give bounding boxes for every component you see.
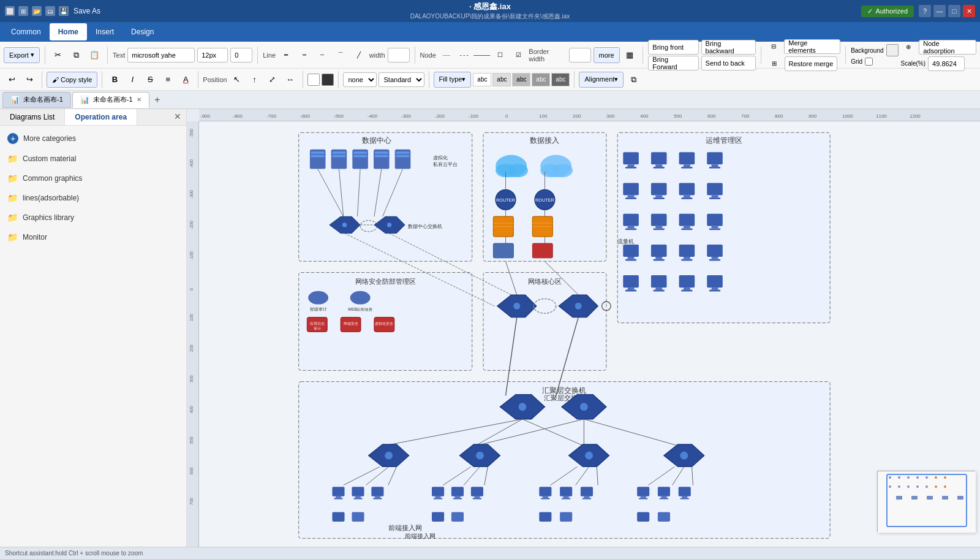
svg-text:前端接入网: 前端接入网 <box>388 524 422 531</box>
minimize-btn[interactable]: — <box>933 5 946 17</box>
cut-btn[interactable]: ✂ <box>50 47 66 63</box>
node-style-3[interactable]: ——— <box>474 47 490 63</box>
canvas-area[interactable]: 数据中心 数据接入 运维管理区 网络安全防部管理区 网络核心区 汇聚层交换机 前… <box>199 121 980 547</box>
menu-insert[interactable]: Insert <box>87 23 123 40</box>
bring-front-btn[interactable]: Bring front <box>648 40 698 55</box>
color-black[interactable] <box>322 74 334 86</box>
svg-text:-400: -400 <box>189 159 194 168</box>
svg-rect-155 <box>628 287 635 290</box>
width-label: width <box>369 51 385 59</box>
border-check-1[interactable]: ☐ <box>492 47 508 63</box>
node-style-2[interactable]: - - - <box>456 47 472 63</box>
line-style-4[interactable]: ⌒ <box>333 47 349 63</box>
svg-rect-98 <box>532 243 552 258</box>
standard-select[interactable]: Standard <box>379 72 424 87</box>
line-style-3[interactable]: ╌ <box>315 47 331 63</box>
svg-rect-112 <box>679 152 695 164</box>
copy-style-btn[interactable]: 🖌 Copy style <box>47 72 97 88</box>
svg-rect-239 <box>560 487 572 496</box>
sidebar-item-monitor[interactable]: 📁 Monitor <box>0 227 186 247</box>
export-btn[interactable]: Export ▾ <box>4 47 40 63</box>
help-btn[interactable]: ? <box>919 5 931 17</box>
authorized-label: Authorized <box>875 7 908 15</box>
svg-rect-61 <box>375 155 388 158</box>
copy-btn[interactable]: ⧉ <box>69 47 85 63</box>
line-style-1[interactable]: ━ <box>278 47 294 63</box>
sidebar-item-common-graphics[interactable]: 📁 Common graphics <box>0 169 186 188</box>
background-swatch[interactable] <box>886 44 899 56</box>
text-preview-1[interactable]: abc <box>473 73 491 86</box>
paste-btn[interactable]: 📋 <box>86 47 102 63</box>
text-preview-2[interactable]: abc <box>492 73 511 86</box>
svg-rect-282 <box>957 496 963 500</box>
open-icon[interactable]: 📂 <box>32 6 42 16</box>
border-width-input[interactable] <box>569 48 591 63</box>
scale-input[interactable] <box>928 56 965 71</box>
sidebar-item-graphics-library[interactable]: 📁 Graphics library <box>0 208 186 227</box>
redo-btn[interactable]: ↪ <box>21 72 37 88</box>
more-categories-label: More categories <box>23 134 76 143</box>
fill-type-btn[interactable]: Fill type▾ <box>434 72 472 88</box>
node-adsorption-btn[interactable]: Node adsorption <box>919 40 976 55</box>
tab-1[interactable]: 📊 未命名画布-1 <box>2 92 71 108</box>
template-icon[interactable]: ⊞ <box>18 6 28 16</box>
font-color-btn[interactable]: A <box>178 72 194 88</box>
line-style-5[interactable]: ╱ <box>351 47 367 63</box>
font-size-input[interactable] <box>197 48 228 63</box>
text-preview-4[interactable]: abc <box>532 73 550 86</box>
sidebar-item-lines[interactable]: 📁 lines(adsorbable) <box>0 188 186 208</box>
pos-4[interactable]: ↔ <box>282 72 298 88</box>
undo-btn[interactable]: ↩ <box>4 72 20 88</box>
send-back-btn[interactable]: Send to back <box>701 56 756 70</box>
sidebar-close-btn[interactable]: ✕ <box>169 109 186 125</box>
italic-btn[interactable]: I <box>124 72 140 88</box>
svg-rect-139 <box>707 214 723 226</box>
more-icon[interactable]: ▦ <box>622 47 638 63</box>
save-icon[interactable]: 💾 <box>59 6 69 16</box>
merge-elements-btn[interactable]: Merge elements <box>784 39 840 54</box>
tab-2[interactable]: 📊 未命名画布-1 ✕ <box>72 92 149 108</box>
line-style-2[interactable]: ┅ <box>296 47 312 63</box>
svg-text:汇聚层交换机: 汇聚层交换机 <box>542 386 586 395</box>
title-center: · 感恩鑫.iax DALAOYOUBACKUP\我的成果备份\新建文件夹\感恩… <box>410 1 570 21</box>
folder-icon[interactable]: 🗂 <box>45 6 55 16</box>
svg-text:私有云平台: 私有云平台 <box>433 162 458 167</box>
pos-1[interactable]: ↖ <box>229 72 245 88</box>
sidebar-tab-diagrams[interactable]: Diagrams List <box>0 109 65 125</box>
grid-checkbox[interactable] <box>865 58 873 66</box>
pos-2[interactable]: ↑ <box>247 72 263 88</box>
color-white[interactable] <box>307 74 320 86</box>
angle-input[interactable] <box>230 48 252 63</box>
pos-3[interactable]: ⤢ <box>265 72 281 88</box>
new-icon[interactable]: ⬜ <box>5 6 15 16</box>
bold-btn[interactable]: B <box>107 72 123 88</box>
menu-home[interactable]: Home <box>50 23 87 40</box>
text-preview-5[interactable]: abc <box>551 73 570 86</box>
tab2-close[interactable]: ✕ <box>137 96 141 103</box>
svg-rect-161 <box>684 287 690 290</box>
alignment-btn[interactable]: Alignment▾ <box>579 72 624 88</box>
sidebar-item-custom-material[interactable]: 📁 Custom material <box>0 149 186 169</box>
merge-elements-row: ⊟ Merge elements <box>766 39 841 55</box>
fill-none-select[interactable]: none <box>343 72 377 87</box>
sidebar-item-more-categories[interactable]: + More categories <box>0 128 186 149</box>
restore-merge-btn[interactable]: Restore merge <box>785 56 838 71</box>
mini-map[interactable] <box>877 471 975 532</box>
strikethrough-btn[interactable]: S <box>142 72 158 88</box>
sidebar-tab-operations[interactable]: Operation area <box>65 109 137 125</box>
close-btn[interactable]: ✕ <box>963 5 975 17</box>
align-btn[interactable]: ≡ <box>160 72 176 88</box>
more-btn[interactable]: more <box>594 47 620 63</box>
node-style-1[interactable]: ····· <box>439 47 454 63</box>
line-width-input[interactable] <box>388 48 410 63</box>
text-preview-3[interactable]: abc <box>512 73 530 86</box>
align-copy-btn[interactable]: ⧉ <box>625 72 641 88</box>
menu-design[interactable]: Design <box>123 23 162 40</box>
font-input[interactable] <box>127 48 195 63</box>
border-check-2[interactable]: ☑ <box>511 47 527 63</box>
menu-common[interactable]: Common <box>2 23 50 40</box>
bring-forward-btn[interactable]: Bring Forward <box>648 56 698 70</box>
send-backward-btn[interactable]: Bring backward <box>701 40 756 55</box>
restore-btn[interactable]: □ <box>948 5 960 17</box>
tab-add-btn[interactable]: + <box>151 93 164 107</box>
